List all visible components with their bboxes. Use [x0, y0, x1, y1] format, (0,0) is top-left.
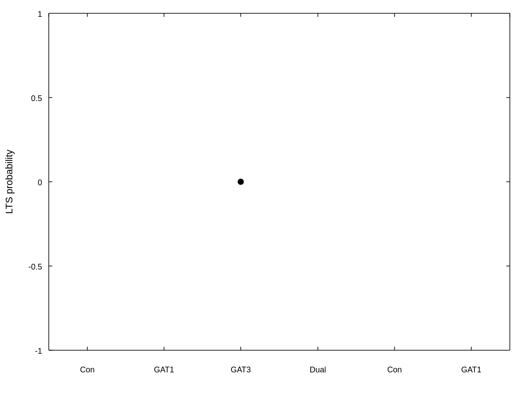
x-label-0: Con	[80, 365, 94, 374]
y-axis-label: LTS probability	[4, 149, 15, 214]
x-label-4: Con	[387, 365, 402, 374]
y-tick-neg1: -1	[35, 347, 42, 356]
chart-container: 1 0.5 0 -0.5 -1 Con GAT1 GAT3 Dual Con G…	[0, 0, 532, 399]
x-label-3: Dual	[309, 365, 326, 374]
y-tick-05: 0.5	[31, 94, 42, 103]
x-label-2: GAT3	[231, 365, 251, 374]
y-tick-1: 1	[38, 10, 42, 19]
x-label-1: GAT1	[154, 365, 174, 374]
x-label-5: GAT1	[461, 365, 481, 374]
chart-svg: 1 0.5 0 -0.5 -1 Con GAT1 GAT3 Dual Con G…	[0, 0, 532, 399]
y-tick-neg05: -0.5	[28, 262, 42, 271]
data-point-0	[238, 179, 244, 185]
y-tick-0: 0	[38, 178, 42, 187]
plot-background	[49, 13, 510, 350]
